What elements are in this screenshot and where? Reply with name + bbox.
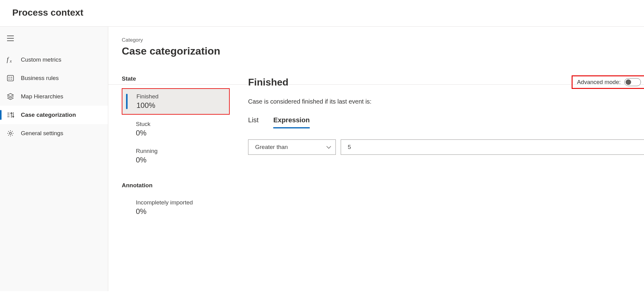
gear-icon <box>7 130 14 137</box>
annotation-name: Incompletely imported <box>136 199 230 206</box>
layers-icon <box>7 93 14 100</box>
tab-list[interactable]: List <box>248 116 259 128</box>
svg-rect-5 <box>7 75 13 81</box>
state-value: 0% <box>136 129 230 137</box>
sidebar-item-case-categorization[interactable]: Case categorization <box>0 106 108 124</box>
state-item-stuck[interactable]: Stuck 0% <box>122 116 230 142</box>
state-item-running[interactable]: Running 0% <box>122 143 230 169</box>
state-item-finished[interactable]: Finished 100% <box>122 88 230 115</box>
annotation-item-incomplete[interactable]: Incompletely imported 0% <box>122 195 230 220</box>
annotation-header: Annotation <box>122 182 230 189</box>
svg-point-14 <box>10 132 11 134</box>
state-name: Running <box>136 148 230 154</box>
hamburger-button[interactable] <box>0 29 108 48</box>
sidebar-item-label: Case categorization <box>21 112 76 118</box>
state-value: 0% <box>136 156 230 164</box>
detail-description: Case is considered finished if its last … <box>248 98 644 105</box>
page-title: Process context <box>0 0 644 26</box>
svg-point-6 <box>9 77 10 78</box>
content-area: Category Case categorization State Finis… <box>108 26 644 291</box>
chevron-down-icon <box>326 144 331 150</box>
state-name: Stuck <box>136 121 230 127</box>
operator-value: Greater than <box>255 144 288 150</box>
detail-tabs: List Expression <box>248 116 644 128</box>
hamburger-icon <box>7 35 14 42</box>
state-header: State <box>122 75 230 82</box>
fx-icon: fx <box>7 56 14 63</box>
sidebar-item-label: Business rules <box>21 75 59 82</box>
category-label: Category <box>122 37 644 43</box>
sidebar: fx Custom metrics Business rules Map Hie… <box>0 26 108 291</box>
rules-icon <box>7 74 14 82</box>
state-name: Finished <box>136 93 229 100</box>
svg-text:f: f <box>7 56 9 63</box>
sidebar-item-business-rules[interactable]: Business rules <box>0 69 108 87</box>
sidebar-item-custom-metrics[interactable]: fx Custom metrics <box>0 51 108 69</box>
advanced-mode-toggle[interactable] <box>624 78 641 86</box>
detail-title: Finished <box>248 77 289 88</box>
sidebar-item-map-hierarchies[interactable]: Map Hierarchies <box>0 87 108 106</box>
annotation-value: 0% <box>136 207 230 216</box>
svg-text:x: x <box>10 59 12 63</box>
svg-marker-10 <box>7 93 13 97</box>
advanced-mode-group: Advanced mode: <box>572 75 644 89</box>
state-value: 100% <box>136 101 229 110</box>
sidebar-item-label: General settings <box>21 130 63 137</box>
tab-expression[interactable]: Expression <box>273 116 310 128</box>
category-title: Case categorization <box>122 45 644 57</box>
sidebar-item-label: Custom metrics <box>21 56 61 63</box>
operator-select[interactable]: Greater than <box>248 139 336 155</box>
sidebar-item-general-settings[interactable]: General settings <box>0 124 108 143</box>
sidebar-item-label: Map Hierarchies <box>21 93 63 100</box>
advanced-mode-label: Advanced mode: <box>577 79 621 86</box>
categorization-icon <box>7 111 14 119</box>
svg-point-8 <box>9 78 10 79</box>
value-input[interactable] <box>341 139 644 155</box>
toggle-knob <box>626 79 631 85</box>
